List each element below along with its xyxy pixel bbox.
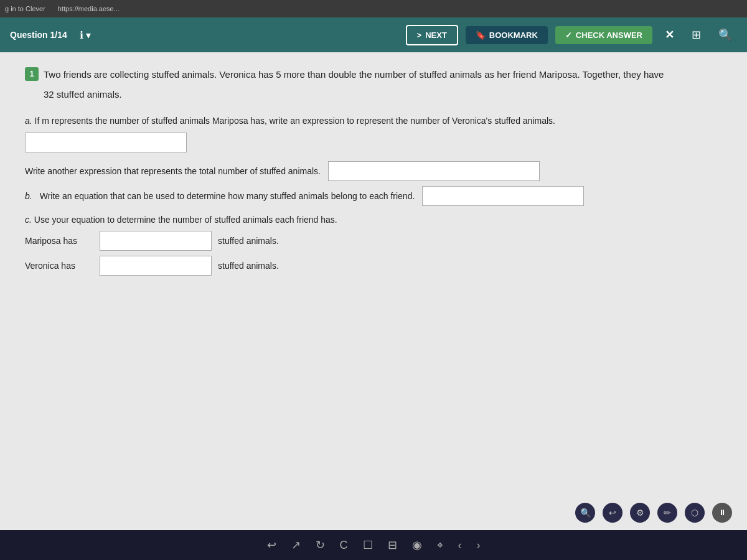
question-number-badge: 1 xyxy=(25,67,39,81)
veronica-input[interactable] xyxy=(100,256,212,276)
browser-tab-text: g in to Clever xyxy=(5,5,45,12)
browser-bar: g in to Clever https://media.aese... xyxy=(0,0,747,17)
chevron-down-icon: ▾ xyxy=(86,29,91,41)
question-intro-line1: Two friends are collecting stuffed anima… xyxy=(44,67,664,82)
close-icon: ✕ xyxy=(665,29,674,41)
mariposa-row: Mariposa has stuffed animals. xyxy=(25,231,722,251)
part-a-question: a. If m represents the number of stuffed… xyxy=(25,114,722,128)
mariposa-label: Mariposa has xyxy=(25,236,93,246)
info-button[interactable]: ℹ ▾ xyxy=(80,29,91,41)
next-chevron-icon: > xyxy=(417,30,422,40)
browser-url: https://media.aese... xyxy=(58,5,120,12)
part-c-section: c. Use your equation to determine the nu… xyxy=(25,215,722,276)
mariposa-input[interactable] xyxy=(100,231,212,251)
taskbar-c-icon[interactable]: C xyxy=(340,539,348,552)
float-undo-btn[interactable]: ↩ xyxy=(603,503,622,523)
write-expression-row: Write another expression that represents… xyxy=(25,161,722,181)
float-hex-btn[interactable]: ⬡ xyxy=(685,503,705,523)
taskbar-split-icon[interactable]: ⊟ xyxy=(388,538,397,552)
float-gear-icon: ⚙ xyxy=(636,508,644,518)
taskbar-right-arrow-icon[interactable]: › xyxy=(477,539,481,552)
part-b-text: Write an equation that can be used to de… xyxy=(40,191,415,201)
floating-controls: 🔍 ↩ ⚙ ✏ ⬡ ⏸ xyxy=(575,503,732,523)
part-a-label: a. xyxy=(25,116,32,126)
grid-icon: ⊞ xyxy=(692,29,701,41)
float-pause-btn[interactable]: ⏸ xyxy=(712,503,732,523)
question-counter: Question 1/14 xyxy=(10,30,67,40)
veronica-expression-input[interactable] xyxy=(25,133,187,152)
taskbar: ↩ ↗ ↻ C ☐ ⊟ ◉ ⌖ ‹ › xyxy=(0,530,747,560)
equation-input[interactable] xyxy=(422,186,584,206)
search-button[interactable]: 🔍 xyxy=(713,26,737,44)
taskbar-square-icon[interactable]: ☐ xyxy=(363,538,373,552)
float-pen-btn[interactable]: ✏ xyxy=(657,503,677,523)
part-c-text: Use your equation to determine the numbe… xyxy=(34,215,337,225)
question-intro-line2: 32 stuffed animals. xyxy=(44,87,664,102)
total-expression-input[interactable] xyxy=(328,161,540,181)
check-answer-button[interactable]: ✓ CHECK ANSWER xyxy=(555,26,652,44)
close-button[interactable]: ✕ xyxy=(660,26,679,44)
toolbar: Question 1/14 ℹ ▾ > NEXT 🔖 BOOKMARK ✓ CH… xyxy=(0,17,747,52)
part-a-text: If m represents the number of stuffed an… xyxy=(35,116,555,126)
float-search-btn[interactable]: 🔍 xyxy=(575,503,595,523)
veronica-label: Veronica has xyxy=(25,261,93,271)
info-icon: ℹ xyxy=(80,29,83,41)
part-b-row: b. Write an equation that can be used to… xyxy=(25,186,722,206)
veronica-stuffed-label: stuffed animals. xyxy=(218,261,279,271)
search-icon: 🔍 xyxy=(718,29,732,41)
part-c-label: c. xyxy=(25,215,32,225)
next-button[interactable]: > NEXT xyxy=(406,25,458,45)
float-pause-icon: ⏸ xyxy=(718,508,726,517)
float-hex-icon: ⬡ xyxy=(691,508,698,518)
taskbar-circle-icon[interactable]: ◉ xyxy=(412,538,422,552)
taskbar-forward-icon[interactable]: ↗ xyxy=(291,538,301,552)
veronica-row: Veronica has stuffed animals. xyxy=(25,256,722,276)
taskbar-left-arrow-icon[interactable]: ‹ xyxy=(458,539,462,552)
float-undo-icon: ↩ xyxy=(609,508,616,518)
checkmark-icon: ✓ xyxy=(565,30,572,40)
bookmark-button[interactable]: 🔖 BOOKMARK xyxy=(466,26,548,44)
float-pen-icon: ✏ xyxy=(664,508,671,518)
write-expression-label: Write another expression that represents… xyxy=(25,166,321,176)
main-content: 1 Two friends are collecting stuffed ani… xyxy=(0,52,747,530)
mariposa-stuffed-label: stuffed animals. xyxy=(218,236,279,246)
part-b-label: b. xyxy=(25,191,32,201)
float-search-icon: 🔍 xyxy=(580,508,591,518)
taskbar-back-icon[interactable]: ↩ xyxy=(267,538,276,552)
grid-button[interactable]: ⊞ xyxy=(687,26,706,44)
bookmark-icon: 🔖 xyxy=(476,30,486,40)
taskbar-refresh-icon[interactable]: ↻ xyxy=(316,538,325,552)
question-block: 1 Two friends are collecting stuffed ani… xyxy=(25,67,722,276)
taskbar-target-icon[interactable]: ⌖ xyxy=(437,539,443,552)
float-gear-btn[interactable]: ⚙ xyxy=(630,503,650,523)
